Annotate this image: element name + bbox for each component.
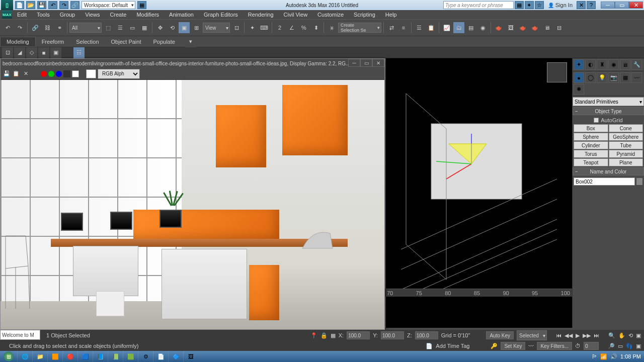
swatch-icon[interactable] (86, 69, 96, 78)
curve-editor-icon[interactable]: 📈 (441, 22, 452, 33)
image-window-title[interactable]: bedroom-woodfloorsinbedroomsmodernliving… (1, 59, 384, 68)
maximize-button[interactable]: ▭ (615, 2, 629, 9)
poly-element-icon[interactable]: ▣ (50, 47, 61, 58)
window-crossing-icon[interactable]: ▦ (139, 22, 150, 33)
minimize-button[interactable]: ─ (601, 2, 615, 9)
undo-icon[interactable]: ↶ (48, 1, 57, 9)
isolate-icon[interactable]: 🔒 (320, 332, 328, 339)
dreamweaver-icon[interactable]: 🟩 (123, 351, 138, 362)
z-coord-input[interactable]: 100.0 (415, 331, 438, 339)
menu-modifiers[interactable]: Modifiers (131, 12, 164, 18)
layer-explorer-icon[interactable]: 📋 (426, 22, 437, 33)
clone-image-icon[interactable]: ✕ (22, 70, 30, 78)
image-minimize-button[interactable]: ─ (348, 59, 360, 67)
sphere-button[interactable]: Sphere (574, 133, 608, 141)
select-region-icon[interactable]: ▭ (127, 22, 138, 33)
select-icon[interactable]: ⬚ (103, 22, 114, 33)
image-close-button[interactable]: ✕ (372, 59, 384, 67)
goto-start-icon[interactable]: ⏮ (556, 332, 561, 338)
name-color-rollout[interactable]: Name and Color (573, 167, 644, 175)
key-toggle-icon[interactable]: 🔑 (491, 343, 498, 349)
menu-animation[interactable]: Animation (164, 12, 199, 18)
systems-icon[interactable]: ✱ (574, 84, 584, 95)
lights-icon[interactable]: 💡 (597, 72, 607, 83)
spinner-snap-icon[interactable]: ⬍ (310, 22, 321, 33)
poly-border-icon[interactable]: ◇ (26, 47, 37, 58)
render-region-icon[interactable]: ⊟ (553, 22, 565, 33)
menu-views[interactable]: Views (80, 12, 105, 18)
redo-icon[interactable]: ↷ (59, 1, 68, 9)
cone-button[interactable]: Cone (609, 124, 643, 132)
dope-sheet-icon[interactable]: ▤ (465, 22, 476, 33)
app4-icon[interactable]: 🖼 (183, 351, 198, 362)
poly-face-icon[interactable]: ■ (38, 47, 49, 58)
render-frame-icon[interactable]: 🖼 (505, 22, 516, 33)
tray-time[interactable]: 1:08 PM (620, 353, 641, 359)
snap-2d-icon[interactable]: 2 (274, 22, 285, 33)
communication-icon[interactable]: ▦ (515, 1, 524, 9)
ie-icon[interactable]: 🌐 (17, 351, 32, 362)
favorite-icon[interactable]: ☆ (535, 1, 544, 9)
material-editor-icon[interactable]: ◉ (477, 22, 489, 33)
cylinder-button[interactable]: Cylinder (574, 141, 608, 149)
exchange-icon[interactable]: ✦ (525, 1, 534, 9)
menu-customize[interactable]: Customize (312, 12, 349, 18)
save-image-icon[interactable]: 💾 (3, 70, 11, 78)
undo-tool-icon[interactable]: ↶ (2, 22, 13, 33)
named-selection-dropdown[interactable]: Create Selection Se (338, 23, 381, 33)
hierarchy-panel-icon[interactable]: ♜ (597, 59, 607, 70)
play-icon[interactable]: ▶ (576, 332, 580, 339)
link-tool-icon[interactable]: 🔗 (30, 22, 41, 33)
torus-button[interactable]: Torus (574, 150, 608, 158)
pyramid-button[interactable]: Pyramid (609, 150, 643, 158)
manipulate-icon[interactable]: ✦ (247, 22, 258, 33)
tab-freeform[interactable]: Freeform (36, 37, 70, 47)
keyfilters-button[interactable]: Key Filters... (537, 342, 572, 350)
menu-group[interactable]: Group (55, 12, 80, 18)
open-icon[interactable]: 📂 (26, 1, 35, 9)
object-color-swatch[interactable] (636, 177, 643, 186)
cameras-icon[interactable]: 📷 (608, 72, 619, 83)
nav-zoom2-icon[interactable]: 🔎 (608, 343, 615, 349)
tray-network-icon[interactable]: 📶 (600, 353, 607, 360)
time-tag-icon[interactable]: 📄 (426, 343, 433, 349)
frame-input[interactable]: 0 (584, 342, 599, 350)
tab-populate[interactable]: Populate (147, 37, 181, 47)
percent-snap-icon[interactable]: % (298, 22, 309, 33)
time-config-icon[interactable]: ⏱ (575, 343, 581, 349)
motion-panel-icon[interactable]: ◉ (608, 59, 619, 70)
align-icon[interactable]: ≡ (398, 22, 409, 33)
keyboard-icon[interactable]: ⌨ (259, 22, 270, 33)
start-button[interactable]: ⊞ (0, 351, 17, 362)
maxscript-listener[interactable]: Welcome to M (0, 330, 40, 340)
timeline-ruler[interactable]: 70 75 80 85 90 95 100 (385, 289, 572, 297)
render-icon[interactable]: 🫖 (529, 22, 540, 33)
setkey-button[interactable]: Set Key (501, 342, 525, 350)
chrome-icon[interactable]: 🔴 (62, 351, 77, 362)
move-icon[interactable]: ✥ (154, 22, 166, 33)
channel-dropdown[interactable]: RGB Alpha (98, 69, 140, 79)
ribbon-menu-icon[interactable]: ▾ (185, 36, 196, 47)
scale-icon[interactable]: ▣ (179, 22, 190, 33)
spacewarps-icon[interactable]: 〰 (631, 72, 642, 83)
explorer-icon[interactable]: 📁 (32, 351, 47, 362)
y-coord-input[interactable]: 100.0 (381, 331, 404, 339)
prev-frame-icon[interactable]: ◀◀ (565, 332, 573, 339)
app3-icon[interactable]: 📄 (153, 351, 168, 362)
bind-icon[interactable]: ⚭ (54, 22, 65, 33)
goto-end-icon[interactable]: ⏭ (594, 332, 599, 338)
x-coord-input[interactable]: 100.0 (347, 331, 370, 339)
autokey-button[interactable]: Auto Key (486, 331, 514, 339)
nav-pan-icon[interactable]: ✋ (618, 332, 625, 339)
nav-region-icon[interactable]: ▭ (618, 343, 623, 349)
menu-tools[interactable]: Tools (32, 12, 55, 18)
mono-channel-icon[interactable] (72, 70, 79, 77)
sign-in-button[interactable]: 👤 Sign In (545, 2, 576, 8)
quick-render-icon[interactable]: 🫖 (517, 22, 528, 33)
subtool-active-icon[interactable]: ☷ (73, 47, 85, 58)
nav-max-icon[interactable]: ▣ (636, 332, 641, 339)
alpha-channel-icon[interactable] (63, 70, 70, 77)
nav-zoom-icon[interactable]: 🔍 (608, 332, 615, 339)
category-dropdown[interactable]: Standard Primitives (573, 97, 644, 106)
object-type-rollout[interactable]: Object Type (573, 107, 644, 115)
